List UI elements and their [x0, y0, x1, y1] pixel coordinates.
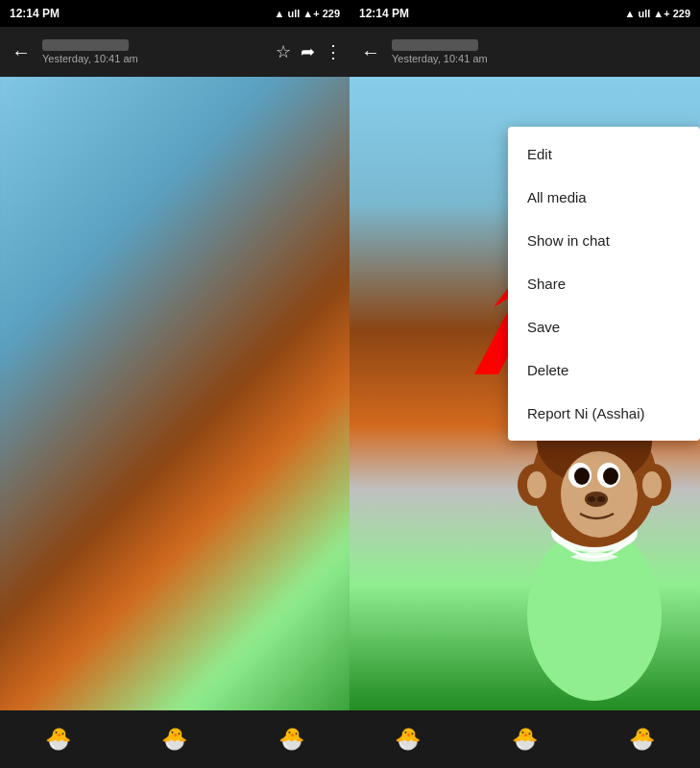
- menu-item-save[interactable]: Save: [508, 305, 700, 348]
- svg-point-13: [603, 468, 618, 485]
- menu-item-all-media[interactable]: All media: [508, 176, 700, 219]
- battery-icon: ▲+: [302, 8, 319, 19]
- app-bar-right: ← Yesterday, 10:41 am: [350, 27, 700, 77]
- time-left: 12:14 PM: [10, 7, 60, 20]
- signal-icon: ▲: [275, 8, 285, 19]
- wifi-icon: ull: [287, 8, 300, 19]
- share-icon-left[interactable]: ➦: [301, 41, 315, 62]
- contact-info-right: Yesterday, 10:41 am: [392, 39, 692, 64]
- svg-point-9: [642, 471, 662, 498]
- back-button-left[interactable]: ←: [8, 37, 35, 67]
- status-icons-left: ▲ ull ▲+ 229: [275, 8, 340, 19]
- svg-point-15: [588, 496, 595, 502]
- bottom-bar-left: 🐣 🐣 🐣: [0, 710, 350, 768]
- menu-item-share[interactable]: Share: [508, 262, 700, 305]
- more-icon-left[interactable]: ⋮: [325, 41, 342, 62]
- emoji-icon-left-2[interactable]: 🐣: [161, 727, 187, 752]
- menu-item-show-in-chat[interactable]: Show in chat: [508, 219, 700, 262]
- menu-item-report[interactable]: Report Ni (Asshai): [508, 392, 700, 435]
- app-bar-actions-left: ☆ ➦ ⋮: [276, 41, 342, 62]
- app-bar-left: ← Yesterday, 10:41 am ☆ ➦ ⋮: [0, 27, 350, 77]
- emoji-icon-right-2[interactable]: 🐣: [512, 727, 538, 752]
- svg-point-7: [527, 471, 546, 498]
- timestamp-right: Yesterday, 10:41 am: [392, 53, 692, 64]
- status-bar-left: 12:14 PM ▲ ull ▲+ 229: [0, 0, 350, 27]
- svg-point-12: [574, 468, 590, 485]
- star-icon-left[interactable]: ☆: [276, 41, 291, 62]
- menu-item-delete[interactable]: Delete: [508, 348, 700, 392]
- back-button-right[interactable]: ←: [357, 37, 384, 67]
- time-right: 12:14 PM: [359, 7, 409, 20]
- contact-info-left: Yesterday, 10:41 am: [42, 39, 268, 64]
- emoji-icon-right-1[interactable]: 🐣: [395, 727, 421, 752]
- menu-item-edit[interactable]: Edit: [508, 132, 700, 176]
- contact-name-right: [392, 39, 478, 51]
- emoji-icon-left-1[interactable]: 🐣: [45, 727, 71, 752]
- signal-icon-r: ▲: [625, 8, 636, 19]
- contact-name-left: [42, 39, 129, 51]
- status-bar-right: 12:14 PM ▲ ull ▲+ 229: [350, 0, 700, 27]
- status-icons-right: ▲ ull ▲+ 229: [625, 8, 690, 19]
- battery-icon-r: ▲+: [653, 8, 669, 19]
- wifi-icon-r: ull: [638, 8, 650, 19]
- battery-level-r: 229: [673, 8, 690, 19]
- left-panel: 12:14 PM ▲ ull ▲+ 229 ← Yesterday, 10:41…: [0, 0, 350, 768]
- timestamp-left: Yesterday, 10:41 am: [42, 53, 268, 64]
- image-area-right: Edit All media Show in chat Share Save D…: [350, 77, 700, 710]
- bottom-bar-right: 🐣 🐣 🐣: [350, 710, 700, 768]
- emoji-icon-right-3[interactable]: 🐣: [629, 727, 655, 752]
- battery-level: 229: [323, 8, 340, 19]
- context-menu: Edit All media Show in chat Share Save D…: [508, 127, 700, 441]
- emoji-icon-left-3[interactable]: 🐣: [278, 727, 304, 752]
- right-panel: 12:14 PM ▲ ull ▲+ 229 ← Yesterday, 10:41…: [350, 0, 700, 768]
- image-area-left: [0, 77, 350, 710]
- svg-point-16: [597, 496, 605, 502]
- blurred-image: [0, 77, 350, 710]
